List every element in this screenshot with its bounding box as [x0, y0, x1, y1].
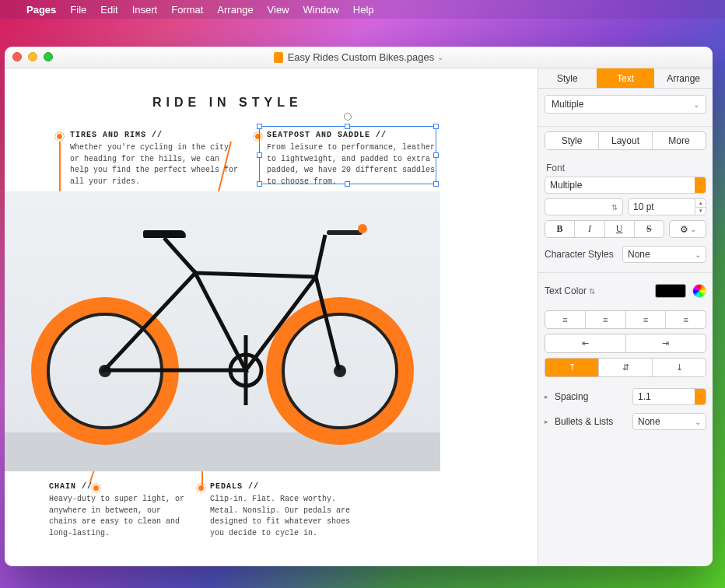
bike-image[interactable]: [5, 191, 440, 471]
page-heading[interactable]: RIDE IN STYLE: [152, 96, 303, 110]
resize-handle-sw[interactable]: [257, 181, 262, 187]
updown-icon: ⇅: [589, 287, 595, 296]
resize-handle-e[interactable]: [433, 152, 439, 158]
resize-handle-w[interactable]: [257, 152, 262, 158]
select-stepper[interactable]: [695, 389, 706, 404]
callout-title: CHAIN //: [49, 482, 189, 491]
minimize-button[interactable]: [28, 52, 37, 61]
vertical-align-group: ⤒ ⇵ ⤓: [545, 358, 706, 377]
callout-body: Clip-in. Flat. Race worthy. Metal. Nonsl…: [210, 494, 366, 539]
rotation-handle[interactable]: [344, 113, 352, 121]
menu-view[interactable]: View: [268, 4, 289, 16]
menu-format[interactable]: Format: [171, 4, 203, 16]
valign-bottom-button[interactable]: ⤓: [652, 359, 706, 376]
bold-button[interactable]: B: [545, 221, 574, 237]
valign-middle-button[interactable]: ⇵: [598, 359, 652, 376]
font-size-value: 10 pt: [633, 201, 654, 212]
gear-icon: ⚙: [680, 224, 688, 235]
tab-arrange[interactable]: Arrange: [654, 68, 713, 88]
font-family-value: Multiple: [550, 180, 582, 191]
menu-arrange[interactable]: Arrange: [217, 4, 253, 16]
callout-tires[interactable]: TIRES AND RIMS // Whether you're cycling…: [70, 131, 241, 187]
underline-button[interactable]: U: [604, 221, 634, 237]
chevron-down-icon[interactable]: ⌄: [437, 53, 443, 61]
bullets-select[interactable]: None ⌄: [632, 413, 706, 430]
document-window: Easy Rides Custom Bikes.pages ⌄ RIDE IN …: [5, 47, 713, 566]
font-label: Font: [546, 163, 705, 173]
close-button[interactable]: [12, 52, 22, 61]
align-left-button[interactable]: ≡: [545, 311, 585, 328]
horizontal-align-group: ≡ ≡ ≡ ≡: [545, 310, 706, 329]
menu-file[interactable]: File: [70, 4, 86, 16]
callout-title: PEDALS //: [210, 482, 366, 491]
font-style-group: B I U S: [545, 220, 664, 238]
outdent-button[interactable]: ⇤: [545, 334, 625, 352]
text-subtabs: Style Layout More: [545, 131, 706, 150]
spacing-label: Spacing: [555, 391, 626, 402]
resize-handle-se[interactable]: [433, 181, 439, 187]
menu-window[interactable]: Window: [303, 4, 339, 16]
menu-insert[interactable]: Insert: [132, 4, 158, 16]
bike-frame: [5, 191, 440, 471]
font-size-field[interactable]: 10 pt ▴▾: [628, 198, 706, 215]
resize-handle-ne[interactable]: [433, 124, 439, 129]
resize-handle-n[interactable]: [345, 124, 350, 129]
paragraph-style-select[interactable]: Multiple ⌄: [545, 95, 706, 114]
char-styles-label: Character Styles: [545, 249, 616, 260]
size-step-down[interactable]: ▾: [695, 207, 706, 215]
format-inspector: Style Text Arrange Multiple ⌄ Style Layo…: [538, 68, 713, 566]
window-controls: [12, 52, 53, 61]
tab-text[interactable]: Text: [597, 68, 655, 88]
saddle: [143, 230, 186, 238]
app-menu[interactable]: Pages: [26, 4, 56, 16]
resize-handle-s[interactable]: [345, 181, 350, 187]
valign-top-button[interactable]: ⤒: [545, 359, 598, 376]
titlebar[interactable]: Easy Rides Custom Bikes.pages ⌄: [5, 47, 713, 68]
callout-dot-tires: [55, 132, 64, 141]
document-title[interactable]: Easy Rides Custom Bikes.pages: [288, 51, 435, 63]
bullets-label: Bullets & Lists: [555, 416, 626, 427]
selection-box[interactable]: [259, 126, 436, 184]
text-color-swatch[interactable]: [655, 284, 686, 298]
advanced-font-button[interactable]: ⚙⌄: [669, 220, 706, 238]
subtab-more[interactable]: More: [652, 132, 706, 149]
size-step-up[interactable]: ▴: [695, 199, 706, 207]
strike-button[interactable]: S: [634, 221, 664, 237]
resize-handle-nw[interactable]: [257, 124, 262, 129]
updown-icon: ⇅: [611, 203, 618, 212]
chevron-down-icon: ⌄: [695, 250, 701, 259]
disclosure-triangle-icon[interactable]: ▸: [545, 393, 548, 401]
document-proxy-icon[interactable]: [274, 52, 283, 63]
menubar: Pages File Edit Insert Format Arrange Vi…: [0, 0, 725, 19]
callout-body: Whether you're cycling in the city or he…: [70, 142, 241, 187]
text-color-label: Text Color ⇅: [545, 285, 649, 296]
menu-edit[interactable]: Edit: [100, 4, 117, 16]
select-stepper[interactable]: [695, 177, 706, 193]
color-picker-button[interactable]: [692, 284, 706, 298]
font-family-select[interactable]: Multiple: [545, 177, 706, 194]
handlebar-grip: [358, 224, 367, 233]
document-canvas[interactable]: RIDE IN STYLE TIRES AND RIMS // Whether …: [5, 68, 538, 566]
subtab-style[interactable]: Style: [545, 132, 598, 149]
align-justify-button[interactable]: ≡: [665, 311, 706, 328]
indent-button[interactable]: ⇥: [625, 334, 706, 352]
tab-style[interactable]: Style: [538, 68, 597, 88]
disclosure-triangle-icon[interactable]: ▸: [545, 418, 548, 425]
callout-pedals[interactable]: PEDALS // Clip-in. Flat. Race worthy. Me…: [210, 482, 366, 539]
spacing-value: 1.1: [638, 391, 651, 402]
char-styles-value: None: [628, 249, 650, 260]
align-center-button[interactable]: ≡: [585, 311, 625, 328]
callout-chain[interactable]: CHAIN // Heavy-duty to super light, or a…: [49, 482, 189, 539]
char-styles-select[interactable]: None ⌄: [622, 246, 706, 263]
callout-title: TIRES AND RIMS //: [70, 131, 241, 139]
menu-help[interactable]: Help: [353, 4, 374, 16]
subtab-layout[interactable]: Layout: [598, 132, 652, 149]
align-right-button[interactable]: ≡: [625, 311, 666, 328]
spacing-select[interactable]: 1.1: [632, 388, 706, 405]
callout-body: Heavy-duty to super light, or anywhere i…: [49, 494, 189, 539]
italic-button[interactable]: I: [574, 221, 604, 237]
font-typeface-select[interactable]: ⇅: [545, 198, 623, 215]
paragraph-style-value: Multiple: [552, 99, 583, 110]
zoom-button[interactable]: [44, 52, 53, 61]
chevron-down-icon: ⌄: [690, 225, 696, 233]
